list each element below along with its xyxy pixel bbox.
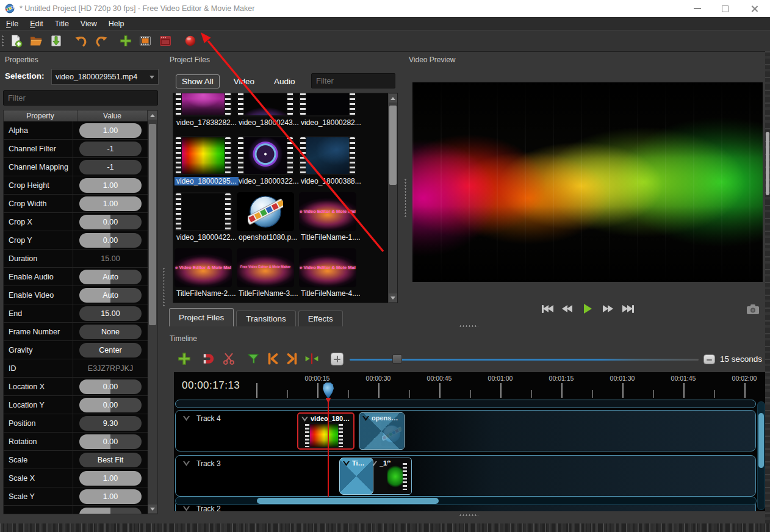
import-files-button[interactable] bbox=[118, 33, 134, 49]
add-marker-button[interactable] bbox=[246, 351, 261, 366]
property-value-pill[interactable]: 1.00 bbox=[79, 196, 142, 211]
property-value-pill[interactable]: 1.00 bbox=[79, 123, 142, 138]
property-value-pill[interactable]: 0.00 bbox=[79, 434, 142, 449]
scrollbar-thumb[interactable] bbox=[758, 413, 764, 468]
menu-help[interactable]: Help bbox=[109, 20, 124, 28]
property-value-pill[interactable]: 0.00 bbox=[79, 398, 142, 412]
save-project-button[interactable] bbox=[48, 33, 64, 49]
timeline-horizontal-scrollbar[interactable] bbox=[175, 497, 757, 505]
properties-scrollbar[interactable] bbox=[148, 110, 157, 514]
file-item[interactable]: video_18000422... bbox=[175, 192, 233, 242]
files-scrollbar[interactable] bbox=[388, 93, 397, 303]
redo-button[interactable] bbox=[93, 33, 109, 49]
property-value-pill[interactable]: 0.00 bbox=[79, 215, 142, 229]
clip-opens[interactable]: opens… bbox=[359, 412, 405, 450]
zoom-slider-handle[interactable] bbox=[392, 354, 402, 364]
file-item[interactable]: e Video Editor & Moie MalTitleFileName-1… bbox=[299, 192, 358, 242]
file-item[interactable]: CORSAIRvideo_18000243... bbox=[237, 93, 295, 127]
scroll-up-icon[interactable] bbox=[148, 111, 157, 120]
property-value-cell[interactable]: Auto bbox=[73, 268, 148, 286]
property-value-pill[interactable] bbox=[79, 508, 142, 514]
snapping-button[interactable] bbox=[201, 351, 216, 366]
property-value-pill[interactable]: 0.00 bbox=[79, 379, 142, 394]
property-value-cell[interactable]: E3JZ7RPJKJ bbox=[73, 359, 148, 377]
razor-button[interactable] bbox=[221, 351, 236, 366]
property-value-cell[interactable]: 1.00 bbox=[73, 176, 148, 194]
property-value-cell[interactable]: 15.00 bbox=[73, 250, 148, 267]
properties-filter-input[interactable] bbox=[3, 90, 158, 106]
chevron-down-icon[interactable] bbox=[301, 417, 308, 422]
property-value-pill[interactable]: None bbox=[79, 325, 142, 339]
menu-file[interactable]: File bbox=[6, 20, 18, 28]
property-value-cell[interactable]: 1.00 bbox=[73, 487, 148, 505]
undo-button[interactable] bbox=[73, 33, 89, 49]
property-value-cell[interactable]: 15.00 bbox=[73, 304, 148, 322]
property-value-pill[interactable]: 1.00 bbox=[79, 178, 142, 193]
splitter-handle[interactable] bbox=[162, 267, 165, 306]
file-item[interactable]: video_18000295... bbox=[175, 136, 233, 185]
play-button[interactable] bbox=[580, 303, 595, 315]
export-video-button[interactable] bbox=[157, 33, 173, 49]
property-value-cell[interactable]: 0.00 bbox=[73, 378, 148, 395]
timeline-vertical-scrollbar[interactable] bbox=[757, 401, 765, 510]
video-preview-screen[interactable] bbox=[412, 82, 763, 282]
chevron-down-icon[interactable] bbox=[183, 506, 190, 511]
tab-project-files[interactable]: Project Files bbox=[169, 308, 234, 326]
column-header-value[interactable]: Value bbox=[77, 110, 148, 121]
splitter-handle[interactable] bbox=[459, 514, 478, 517]
file-item[interactable]: video_18000388... bbox=[299, 136, 358, 185]
file-item[interactable]: IC VIDEO BY KIvideo_18000282... bbox=[299, 93, 358, 127]
property-value-cell[interactable]: None bbox=[73, 323, 148, 340]
property-value-pill[interactable]: 1.00 bbox=[79, 489, 142, 504]
property-value-cell[interactable]: Best Fit bbox=[73, 451, 148, 469]
property-value-pill[interactable]: 1.00 bbox=[79, 471, 142, 486]
rewind-button[interactable] bbox=[560, 303, 575, 315]
menu-edit[interactable]: Edit bbox=[30, 20, 43, 28]
minimize-button[interactable] bbox=[688, 0, 707, 17]
record-button[interactable] bbox=[182, 33, 198, 49]
previous-marker-button[interactable] bbox=[265, 351, 280, 366]
filter-video-button[interactable]: Video bbox=[228, 75, 260, 88]
file-item[interactable]: video_18000322... bbox=[237, 136, 295, 185]
chevron-down-icon[interactable] bbox=[183, 461, 190, 466]
close-button[interactable] bbox=[744, 0, 764, 17]
clip-ti[interactable]: Ti… bbox=[339, 458, 373, 495]
property-value-cell[interactable]: 9.30 bbox=[73, 414, 148, 432]
filter-audio-button[interactable]: Audio bbox=[268, 75, 301, 88]
scrollbar-thumb[interactable] bbox=[257, 498, 439, 504]
scroll-down-icon[interactable] bbox=[148, 505, 157, 513]
property-value-cell[interactable] bbox=[73, 506, 148, 514]
scroll-up-icon[interactable] bbox=[389, 94, 397, 102]
property-value-pill[interactable]: Auto bbox=[79, 288, 142, 303]
clip-18[interactable]: _18… bbox=[367, 458, 412, 495]
splitter-handle[interactable] bbox=[459, 325, 478, 328]
property-value-cell[interactable]: -1 bbox=[73, 140, 148, 157]
property-value-cell[interactable]: 0.00 bbox=[73, 231, 148, 249]
property-value-pill[interactable]: 15.00 bbox=[79, 306, 142, 321]
property-value-pill[interactable]: -1 bbox=[79, 142, 142, 156]
zoom-out-button[interactable] bbox=[703, 354, 715, 364]
menu-title[interactable]: Title bbox=[55, 20, 69, 28]
property-value-cell[interactable]: 1.00 bbox=[73, 469, 148, 487]
fast-forward-button[interactable] bbox=[600, 303, 616, 315]
property-value-cell[interactable]: Auto bbox=[73, 286, 148, 304]
scrollbar-thumb[interactable] bbox=[149, 124, 156, 325]
zoom-in-button[interactable] bbox=[331, 353, 344, 365]
jump-to-start-button[interactable] bbox=[539, 303, 555, 315]
open-project-button[interactable] bbox=[28, 33, 44, 49]
center-playhead-button[interactable] bbox=[304, 351, 319, 366]
clip-video180[interactable]: video_180… bbox=[297, 412, 354, 450]
scrollbar-thumb[interactable] bbox=[389, 106, 397, 185]
file-item[interactable]: Free Video Editor & Moie MakerTitleFileN… bbox=[237, 248, 295, 298]
playhead-marker[interactable] bbox=[323, 383, 334, 399]
menu-view[interactable]: View bbox=[81, 20, 97, 28]
selection-dropdown[interactable]: video_1800029551.mp4 bbox=[51, 69, 159, 85]
toolbar-drag-handle[interactable] bbox=[1, 35, 4, 47]
maximize-button[interactable] bbox=[715, 0, 735, 17]
splitter-handle[interactable] bbox=[404, 178, 407, 217]
property-value-cell[interactable]: 1.00 bbox=[73, 121, 148, 139]
filter-show-all-button[interactable]: Show All bbox=[176, 74, 220, 88]
file-item[interactable]: openshot1080.p... bbox=[237, 192, 295, 242]
camera-icon[interactable] bbox=[746, 303, 760, 315]
property-value-cell[interactable]: Center bbox=[73, 341, 148, 359]
